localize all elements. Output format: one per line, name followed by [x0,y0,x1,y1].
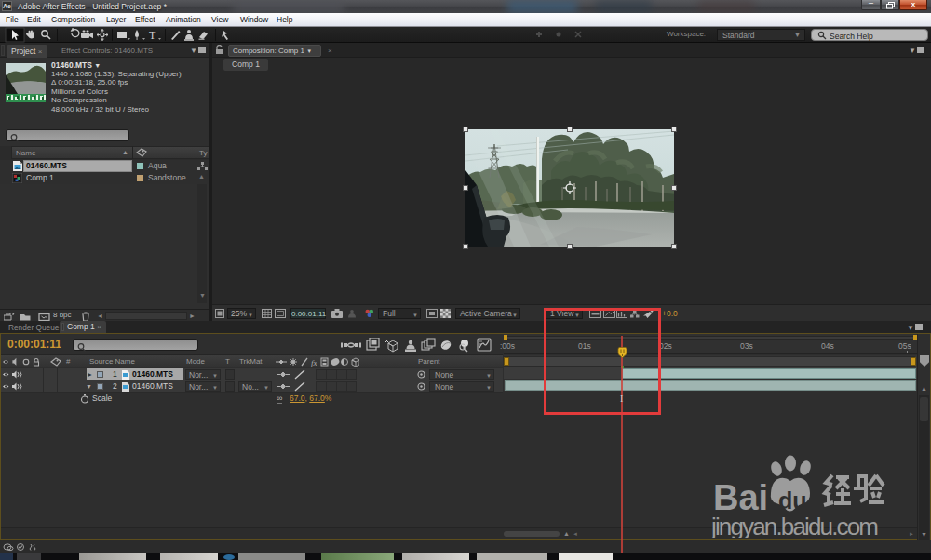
svg-text:Bai: Bai [713,478,768,517]
svg-text:jingyan.baidu.com: jingyan.baidu.com [710,513,879,538]
svg-text:du: du [778,487,807,513]
svg-text:T: T [149,29,156,42]
svg-text:fx: fx [311,358,317,367]
